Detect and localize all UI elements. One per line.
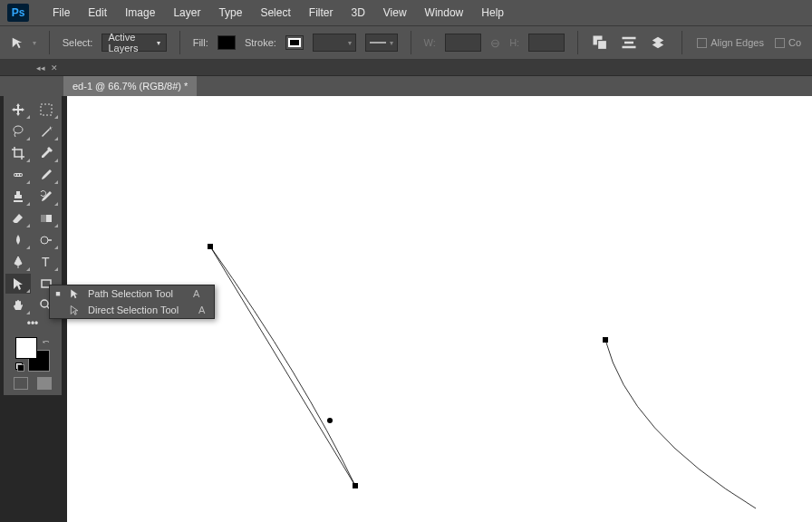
menu-3d[interactable]: 3D — [342, 3, 373, 23]
path-ops-icon[interactable] — [591, 34, 609, 52]
active-indicator-icon: ■ — [55, 289, 61, 298]
flyout-path-selection[interactable]: ■ Path Selection Tool A — [50, 285, 214, 302]
hand-tool[interactable] — [5, 295, 31, 315]
svg-rect-17 — [208, 244, 213, 249]
panel-tabstrip: ◂◂ ✕ — [0, 60, 812, 76]
height-field[interactable] — [528, 34, 565, 52]
height-label: H: — [509, 37, 519, 48]
options-bar: ▾ Select: Active Layers▾ Fill: Stroke: ▾… — [0, 25, 812, 60]
stamp-tool[interactable] — [5, 187, 31, 207]
pen-tool[interactable] — [5, 252, 31, 272]
svg-text:T: T — [42, 255, 50, 269]
svg-point-16 — [41, 300, 48, 307]
menu-image[interactable]: Image — [116, 3, 164, 23]
svg-point-9 — [17, 174, 19, 176]
width-field[interactable] — [445, 34, 481, 52]
foreground-color[interactable] — [15, 337, 37, 359]
dodge-tool[interactable] — [34, 230, 59, 250]
collapse-icon[interactable]: ◂◂ — [36, 63, 45, 72]
marquee-tool[interactable] — [34, 100, 59, 120]
quickmask-icon[interactable] — [14, 377, 28, 390]
menu-type[interactable]: Type — [209, 3, 251, 23]
align-icon[interactable] — [620, 34, 638, 52]
type-tool[interactable]: T — [34, 252, 59, 272]
menu-edit[interactable]: Edit — [79, 3, 116, 23]
menu-select[interactable]: Select — [251, 3, 299, 23]
select-label: Select: — [63, 37, 93, 48]
history-brush-tool[interactable] — [34, 187, 59, 207]
eraser-tool[interactable] — [5, 208, 31, 228]
svg-point-13 — [41, 237, 48, 244]
divider — [682, 31, 682, 54]
document-tab-row: ed-1 @ 66.7% (RGB/8#) * — [0, 76, 812, 96]
menu-view[interactable]: View — [374, 3, 416, 23]
app-logo: Ps — [7, 4, 29, 22]
divider — [577, 31, 578, 54]
stroke-width-field[interactable]: ▾ — [313, 34, 356, 52]
svg-point-10 — [20, 174, 22, 176]
menu-window[interactable]: Window — [416, 3, 473, 23]
screenmode-icon[interactable] — [37, 377, 52, 390]
stroke-label: Stroke: — [245, 37, 276, 48]
arrange-icon[interactable] — [649, 34, 667, 52]
width-label: W: — [424, 37, 436, 48]
stroke-style-field[interactable]: ▾ — [365, 34, 398, 52]
move-tool[interactable] — [5, 100, 31, 120]
menu-file[interactable]: File — [44, 3, 79, 23]
brush-tool[interactable] — [34, 165, 59, 185]
flyout-direct-selection[interactable]: Direct Selection Tool A — [50, 302, 214, 318]
svg-point-18 — [327, 418, 333, 423]
svg-point-8 — [14, 174, 16, 176]
toolbox: T ••• ⤺ — [4, 96, 62, 395]
divider — [411, 31, 411, 54]
svg-rect-4 — [623, 46, 636, 49]
fill-swatch[interactable] — [218, 35, 236, 50]
svg-rect-5 — [41, 104, 52, 115]
magic-wand-tool[interactable] — [34, 121, 59, 141]
svg-rect-2 — [623, 37, 636, 40]
svg-point-6 — [14, 126, 23, 133]
menu-filter[interactable]: Filter — [300, 3, 343, 23]
default-colors-icon[interactable] — [15, 362, 24, 372]
menu-help[interactable]: Help — [472, 3, 513, 23]
healing-tool[interactable] — [5, 165, 31, 185]
co-option[interactable]: Co — [775, 37, 801, 49]
stroke-swatch[interactable] — [285, 35, 304, 50]
svg-rect-12 — [41, 215, 46, 222]
tool-preset-icon[interactable] — [11, 34, 24, 51]
eyedropper-tool[interactable] — [34, 143, 59, 163]
divider — [179, 31, 180, 54]
menu-layer[interactable]: Layer — [164, 3, 209, 23]
color-picker[interactable]: ⤺ — [15, 337, 50, 372]
link-icon[interactable]: ⊖ — [490, 36, 500, 50]
svg-rect-1 — [598, 41, 607, 50]
select-dropdown[interactable]: Active Layers▾ — [102, 34, 167, 52]
swap-colors-icon[interactable]: ⤺ — [43, 337, 50, 346]
svg-rect-19 — [353, 483, 358, 488]
align-edges-option[interactable]: Align Edges — [697, 37, 764, 49]
black-arrow-icon — [68, 288, 81, 299]
gradient-tool[interactable] — [34, 208, 59, 228]
close-icon[interactable]: ✕ — [51, 63, 58, 72]
crop-tool[interactable] — [5, 143, 31, 163]
lasso-tool[interactable] — [5, 121, 31, 141]
path-selection-tool[interactable] — [5, 274, 31, 294]
fill-label: Fill: — [193, 37, 208, 48]
blur-tool[interactable] — [5, 230, 31, 250]
svg-rect-20 — [603, 337, 608, 343]
divider — [49, 31, 50, 54]
document-tab[interactable]: ed-1 @ 66.7% (RGB/8#) * — [63, 76, 197, 96]
white-arrow-icon — [68, 304, 81, 315]
svg-rect-3 — [624, 42, 633, 44]
menu-bar: Ps File Edit Image Layer Type Select Fil… — [0, 0, 812, 25]
tool-flyout-menu: ■ Path Selection Tool A Direct Selection… — [49, 285, 215, 319]
